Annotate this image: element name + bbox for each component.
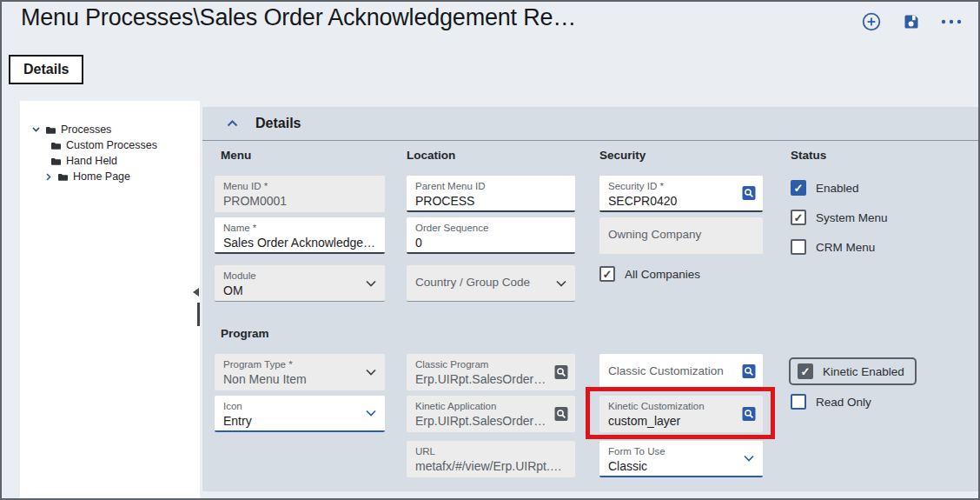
program-type-field[interactable]: Program Type * Non Menu Item	[215, 354, 385, 390]
name-label: Name *	[215, 217, 385, 234]
program-type-value: Non Menu Item	[215, 370, 385, 387]
url-label: URL	[407, 441, 575, 457]
tree-item-label: Hand Held	[66, 155, 117, 167]
splitter-scroll-thumb[interactable]	[197, 303, 200, 326]
enabled-checkbox[interactable]: Enabled	[791, 180, 859, 196]
chevron-down-icon[interactable]	[31, 127, 41, 132]
all-companies-checkbox[interactable]: All Companies	[599, 266, 700, 282]
form-to-use-value: Classic	[599, 457, 763, 474]
menu-id-field[interactable]: Menu ID * PROM0001	[215, 176, 385, 212]
order-sequence-label: Order Sequence	[407, 217, 575, 234]
menu-id-value: PROM0001	[215, 192, 385, 209]
section-title-location: Location	[407, 149, 455, 162]
order-sequence-field[interactable]: Order Sequence 0	[407, 217, 575, 254]
security-id-label: Security ID *	[599, 176, 763, 192]
checkbox-unchecked-icon[interactable]	[791, 394, 806, 410]
add-icon[interactable]	[860, 10, 883, 33]
kinetic-enabled-label: Kinetic Enabled	[823, 365, 904, 378]
chevron-down-icon	[744, 455, 754, 462]
folder-icon	[46, 125, 56, 135]
security-id-search-icon[interactable]	[742, 186, 756, 200]
collapse-panel-icon	[227, 120, 238, 127]
classic-program-value: Erp.UIRpt.SalesOrder…	[407, 370, 575, 387]
classic-customization-label: Classic Customization	[599, 354, 763, 378]
chevron-down-icon	[366, 410, 376, 417]
module-field[interactable]: Module OM	[215, 265, 385, 302]
security-id-value: SECPR0420	[599, 192, 763, 209]
country-group-code-field[interactable]: Country / Group Code	[407, 265, 575, 302]
checkbox-checked-icon[interactable]	[791, 180, 806, 196]
tree-item-hand-held[interactable]: Hand Held	[51, 153, 117, 169]
form-to-use-label: Form To Use	[599, 441, 763, 457]
classic-program-field[interactable]: Classic Program Erp.UIRpt.SalesOrder…	[407, 354, 575, 390]
section-title-status: Status	[791, 149, 826, 162]
crm-menu-label: CRM Menu	[816, 241, 875, 254]
crm-menu-checkbox[interactable]: CRM Menu	[791, 239, 875, 255]
program-type-label: Program Type *	[215, 354, 385, 370]
splitter-collapse-icon[interactable]	[193, 288, 199, 297]
icon-label: Icon	[215, 396, 385, 412]
checkbox-checked-icon[interactable]	[798, 363, 813, 379]
url-value: metafx/#/view/Erp.UIRpt.…	[407, 457, 575, 474]
checkbox-checked-icon[interactable]	[791, 210, 806, 225]
menu-id-label: Menu ID *	[215, 176, 385, 192]
form-to-use-field[interactable]: Form To Use Classic	[599, 441, 763, 477]
tree-item-label: Processes	[61, 123, 111, 136]
icon-field[interactable]: Icon Entry	[215, 396, 385, 432]
checkbox-checked-icon[interactable]	[599, 266, 615, 282]
read-only-checkbox[interactable]: Read Only	[791, 394, 871, 410]
parent-menu-id-field[interactable]: Parent Menu ID PROCESS	[407, 176, 575, 212]
chevron-down-icon	[556, 280, 566, 287]
panel-title: Details	[255, 116, 301, 131]
folder-icon	[51, 157, 61, 166]
toolbar	[860, 10, 963, 33]
read-only-label: Read Only	[816, 396, 871, 409]
security-id-field[interactable]: Security ID * SECPR0420	[599, 176, 763, 212]
classic-customization-search-icon[interactable]	[742, 364, 756, 378]
name-field[interactable]: Name * Sales Order Acknowledge…	[215, 217, 385, 254]
section-title-menu: Menu	[221, 149, 251, 162]
country-group-code-label: Country / Group Code	[407, 265, 575, 290]
classic-program-search-icon[interactable]	[554, 365, 568, 379]
classic-program-label: Classic Program	[407, 354, 575, 370]
order-sequence-value: 0	[407, 234, 575, 250]
parent-menu-id-value: PROCESS	[407, 192, 575, 209]
checkbox-unchecked-icon[interactable]	[791, 239, 806, 255]
icon-value: Entry	[215, 412, 385, 429]
tree-item-label: Custom Processes	[66, 139, 157, 151]
chevron-down-icon	[366, 369, 376, 376]
owning-company-label: Owning Company	[599, 217, 763, 242]
all-companies-label: All Companies	[625, 268, 700, 281]
save-icon[interactable]	[900, 10, 923, 33]
tree-item-label: Home Page	[73, 170, 130, 183]
name-value: Sales Order Acknowledge…	[215, 234, 385, 250]
section-title-security: Security	[599, 149, 646, 162]
tree-item-custom-processes[interactable]: Custom Processes	[51, 137, 157, 153]
details-panel-header[interactable]: Details	[202, 107, 980, 141]
module-label: Module	[215, 265, 385, 282]
section-title-program: Program	[221, 327, 269, 340]
menu-tree: Processes Custom Processes Hand Held Hom…	[20, 101, 200, 498]
kinetic-application-search-icon[interactable]	[554, 407, 568, 421]
parent-menu-id-label: Parent Menu ID	[407, 176, 575, 192]
folder-icon	[51, 141, 61, 150]
chevron-right-icon[interactable]	[43, 173, 53, 181]
chevron-down-icon	[366, 280, 376, 287]
owning-company-field[interactable]: Owning Company	[599, 217, 763, 254]
page-title: Menu Processes\Sales Order Acknowledgeme…	[21, 4, 576, 31]
system-menu-checkbox[interactable]: System Menu	[791, 210, 888, 225]
classic-customization-field[interactable]: Classic Customization	[599, 354, 763, 390]
tab-details[interactable]: Details	[9, 55, 83, 84]
tree-item-home-page[interactable]: Home Page	[43, 169, 130, 184]
enabled-label: Enabled	[816, 182, 859, 195]
overflow-menu-icon[interactable]	[940, 10, 963, 33]
folder-icon	[58, 172, 68, 182]
kinetic-application-field[interactable]: Kinetic Application Erp.UIRpt.SalesOrder…	[407, 396, 575, 432]
url-field[interactable]: URL metafx/#/view/Erp.UIRpt.…	[407, 441, 575, 477]
red-highlight-box	[586, 387, 775, 439]
kinetic-application-label: Kinetic Application	[407, 396, 575, 412]
kinetic-application-value: Erp.UIRpt.SalesOrder…	[407, 412, 575, 429]
tree-item-processes[interactable]: Processes	[31, 122, 111, 137]
kinetic-enabled-checkbox[interactable]: Kinetic Enabled	[789, 357, 917, 385]
system-menu-label: System Menu	[816, 211, 888, 224]
